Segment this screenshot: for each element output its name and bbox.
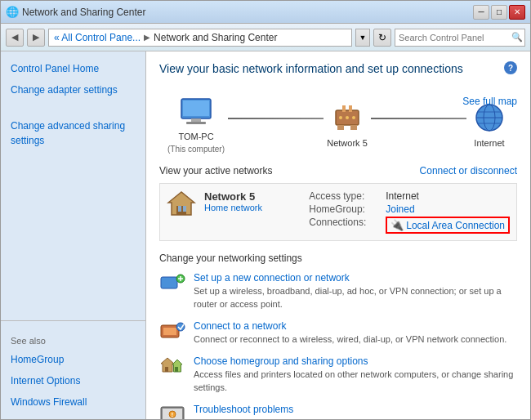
- breadcrumb-root[interactable]: « All Control Pane...: [54, 32, 141, 43]
- homegroup-label: HomeGroup:: [309, 203, 382, 215]
- breadcrumb-dropdown-button[interactable]: ▼: [355, 29, 370, 47]
- diagram-network: Network 5: [327, 102, 368, 148]
- diagram-internet: Internet: [470, 102, 509, 148]
- sidebar: Control Panel Home Change adapter settin…: [1, 51, 146, 419]
- back-button[interactable]: ◀: [6, 29, 24, 47]
- search-input[interactable]: [399, 33, 511, 42]
- main-window: 🌐 Network and Sharing Center ─ □ ✕ ◀ ▶ «…: [0, 0, 531, 420]
- diagram-line-1: [228, 118, 324, 119]
- toolbar: ◀ ▶ « All Control Pane... ▶ Network and …: [1, 24, 530, 51]
- network-details: Access type: Internet HomeGroup: Joined …: [309, 190, 510, 234]
- title-bar-buttons: ─ □ ✕: [473, 5, 525, 20]
- setting-item-1: Connect to a network Connect or reconnec…: [159, 320, 517, 346]
- sidebar-item-change-adapter[interactable]: Change adapter settings: [1, 79, 145, 101]
- network-card-house-icon: [167, 190, 196, 217]
- access-type-value: Internet: [386, 190, 419, 202]
- connections-value[interactable]: 🔌 Local Area Connection: [386, 217, 510, 234]
- setting-link-0[interactable]: Set up a new connection or network: [194, 272, 517, 284]
- main-title: View your basic network information and …: [159, 61, 504, 76]
- sidebar-item-windows-firewall[interactable]: Windows Firewall: [1, 391, 145, 413]
- setting-item-0: Set up a new connection or network Set u…: [159, 272, 517, 311]
- title-bar-left: 🌐 Network and Sharing Center: [6, 6, 145, 18]
- setting-text-0: Set up a new connection or network Set u…: [194, 272, 517, 311]
- active-networks-title: View your active networks: [159, 165, 273, 176]
- sidebar-item-internet-options[interactable]: Internet Options: [1, 370, 145, 391]
- content-area: Control Panel Home Change adapter settin…: [1, 51, 530, 419]
- diagram-network-label: Network 5: [327, 138, 368, 148]
- new-connection-icon: [159, 272, 185, 295]
- diagram-line-2: [371, 118, 466, 119]
- search-icon: 🔍: [511, 32, 523, 42]
- setting-link-1[interactable]: Connect to a network: [194, 320, 517, 332]
- diagram-computer-label: TOM-PC: [178, 132, 213, 141]
- svg-rect-20: [183, 206, 186, 212]
- troubleshoot-icon: !: [159, 404, 185, 419]
- sidebar-item-control-panel-home[interactable]: Control Panel Home: [1, 58, 145, 79]
- setting-item-3: ! Troubleshoot problems Diagnose and rep…: [159, 404, 517, 419]
- minimize-button[interactable]: ─: [473, 5, 489, 20]
- svg-rect-30: [165, 367, 168, 372]
- see-also-title: See also: [1, 328, 145, 349]
- breadcrumb-separator: ▶: [144, 33, 150, 42]
- setting-link-3[interactable]: Troubleshoot problems: [194, 404, 517, 415]
- diagram-internet-label: Internet: [474, 138, 504, 148]
- help-button[interactable]: ?: [504, 61, 517, 74]
- connect-disconnect-link[interactable]: Connect or disconnect: [420, 165, 517, 176]
- svg-rect-26: [163, 328, 176, 335]
- svg-rect-19: [178, 206, 181, 212]
- svg-rect-3: [186, 122, 206, 124]
- homegroup-row: HomeGroup: Joined: [309, 203, 510, 215]
- diagram-computer: TOM-PC (This computer): [167, 96, 225, 154]
- change-settings-title: Change your networking settings: [159, 252, 517, 264]
- breadcrumb-current: Network and Sharing Center: [154, 32, 277, 43]
- setting-item-2: Choose homegroup and sharing options Acc…: [159, 355, 517, 394]
- main-content: View your basic network information and …: [146, 51, 530, 419]
- setting-text-3: Troubleshoot problems Diagnose and repai…: [194, 404, 517, 419]
- svg-rect-6: [349, 105, 352, 112]
- connect-network-icon: [159, 320, 185, 343]
- breadcrumb[interactable]: « All Control Pane... ▶ Network and Shar…: [48, 29, 352, 47]
- see-full-map-link[interactable]: See full map: [462, 96, 517, 107]
- homegroup-value[interactable]: Joined: [386, 203, 414, 215]
- sidebar-item-homegroup[interactable]: HomeGroup: [1, 349, 145, 370]
- svg-rect-21: [161, 277, 177, 288]
- network-name: Network 5: [204, 190, 301, 203]
- diagram-computer-sublabel: (This computer): [167, 145, 225, 154]
- setting-text-2: Choose homegroup and sharing options Acc…: [194, 355, 517, 394]
- setting-text-1: Connect to a network Connect or reconnec…: [194, 320, 517, 346]
- sidebar-item-change-advanced[interactable]: Change advanced sharing settings: [1, 101, 145, 151]
- title-bar: 🌐 Network and Sharing Center ─ □ ✕: [1, 1, 530, 24]
- svg-rect-1: [183, 101, 209, 116]
- forward-button[interactable]: ▶: [27, 29, 45, 47]
- setting-desc-0: Set up a wireless, broadband, dial-up, a…: [194, 286, 502, 308]
- setting-desc-1: Connect or reconnect to a wireless, wire…: [194, 334, 506, 344]
- access-type-row: Access type: Internet: [309, 190, 510, 202]
- active-networks-header: View your active networks Connect or dis…: [159, 165, 517, 176]
- svg-rect-31: [175, 367, 178, 372]
- setting-link-2[interactable]: Choose homegroup and sharing options: [194, 355, 517, 367]
- search-box[interactable]: 🔍: [395, 29, 525, 47]
- refresh-button[interactable]: ↻: [373, 29, 391, 47]
- homegroup-icon: [159, 355, 185, 378]
- network-diagram: TOM-PC (This computer): [159, 96, 517, 154]
- network-card: Network 5 Home network Access type: Inte…: [159, 183, 517, 241]
- network-card-info: Network 5 Home network: [204, 190, 301, 212]
- access-type-label: Access type:: [309, 190, 382, 202]
- close-button[interactable]: ✕: [509, 5, 525, 20]
- svg-rect-5: [342, 105, 346, 112]
- computer-icon: [176, 96, 216, 128]
- window-title: Network and Sharing Center: [22, 7, 145, 18]
- connections-row: Connections: 🔌 Local Area Connection: [309, 217, 510, 234]
- svg-point-10: [346, 116, 349, 119]
- svg-rect-2: [191, 118, 201, 122]
- svg-point-11: [352, 116, 355, 119]
- setting-desc-2: Access files and printers located on oth…: [194, 369, 513, 391]
- network-type-link[interactable]: Home network: [204, 203, 301, 212]
- maximize-button[interactable]: □: [491, 5, 507, 20]
- setting-desc-3: Diagnose and repair network problems, or…: [194, 418, 489, 419]
- connections-label: Connections:: [309, 217, 382, 234]
- sidebar-divider: [1, 320, 145, 321]
- router-icon: [328, 102, 367, 135]
- svg-rect-7: [337, 125, 344, 130]
- svg-point-9: [339, 116, 342, 119]
